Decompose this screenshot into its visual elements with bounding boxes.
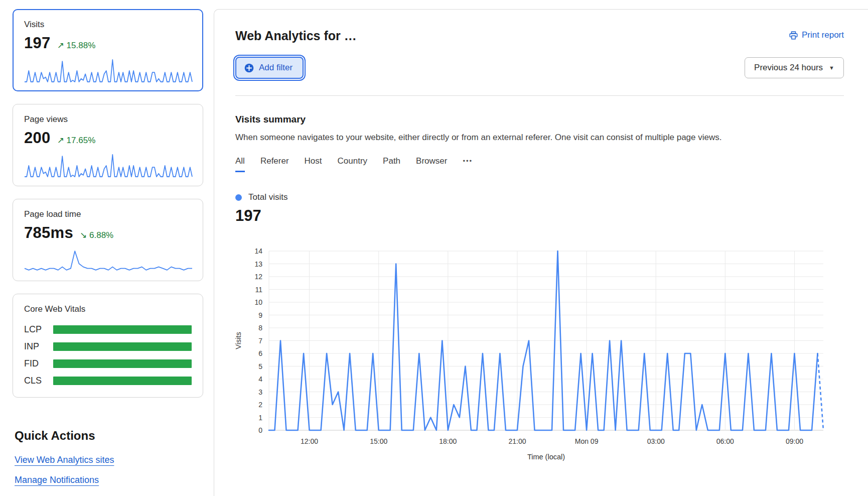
card-page-load-time-title: Page load time bbox=[24, 209, 192, 219]
card-visits-title: Visits bbox=[24, 20, 192, 30]
chart-legend: Total visits bbox=[235, 192, 844, 202]
cwv-bar-inp bbox=[53, 342, 192, 351]
link-view-web-analytics-sites[interactable]: View Web Analytics sites bbox=[15, 455, 114, 465]
metrics-sidebar: Visits 197 ↗ 15.88% Page views 200 ↗ 17.… bbox=[13, 9, 203, 496]
down-arrow-icon: ↘ bbox=[80, 230, 87, 240]
total-visits-dot-icon bbox=[235, 194, 242, 201]
analytics-panel: Web Analytics for … Print report Add fil… bbox=[214, 9, 868, 496]
svg-text:13: 13 bbox=[254, 260, 262, 268]
svg-text:06:00: 06:00 bbox=[716, 437, 734, 445]
dimension-tabs: All Referer Host Country Path Browser ••… bbox=[235, 156, 844, 172]
card-page-load-time[interactable]: Page load time 785ms ↘ 6.88% bbox=[13, 199, 203, 281]
core-web-vitals-title: Core Web Vitals bbox=[24, 304, 192, 314]
card-visits-delta: ↗ 15.88% bbox=[57, 40, 96, 51]
plus-circle-icon bbox=[244, 63, 254, 73]
svg-text:9: 9 bbox=[258, 311, 262, 319]
quick-actions-title: Quick Actions bbox=[15, 429, 203, 443]
card-visits-value: 197 bbox=[24, 34, 51, 52]
svg-text:12:00: 12:00 bbox=[301, 437, 318, 445]
visits-sparkline bbox=[24, 58, 193, 83]
card-page-views-title: Page views bbox=[24, 114, 192, 125]
card-page-views[interactable]: Page views 200 ↗ 17.65% bbox=[13, 104, 203, 186]
svg-text:18:00: 18:00 bbox=[439, 437, 457, 445]
cwv-label-lcp: LCP bbox=[24, 324, 53, 335]
svg-text:4: 4 bbox=[258, 375, 262, 383]
tab-referer[interactable]: Referer bbox=[260, 156, 289, 172]
svg-text:14: 14 bbox=[254, 247, 262, 255]
legend-label: Total visits bbox=[248, 192, 287, 202]
card-page-load-time-value: 785ms bbox=[24, 224, 73, 242]
svg-text:7: 7 bbox=[258, 337, 262, 345]
total-visits-value: 197 bbox=[235, 207, 844, 225]
svg-text:Visits: Visits bbox=[234, 332, 242, 349]
cwv-row-lcp: LCP bbox=[24, 324, 192, 335]
svg-text:3: 3 bbox=[258, 388, 262, 396]
cwv-label-inp: INP bbox=[24, 341, 53, 352]
svg-text:Mon 09: Mon 09 bbox=[575, 437, 599, 445]
svg-text:5: 5 bbox=[258, 362, 262, 370]
cwv-row-inp: INP bbox=[24, 341, 192, 352]
tab-all[interactable]: All bbox=[235, 156, 245, 172]
page-load-sparkline bbox=[24, 247, 193, 273]
cwv-bar-fid bbox=[53, 359, 192, 368]
tab-more-ellipsis-icon[interactable]: ••• bbox=[463, 157, 473, 172]
cwv-label-cls: CLS bbox=[24, 376, 53, 386]
cwv-bar-cls bbox=[53, 377, 192, 385]
cwv-label-fid: FID bbox=[24, 358, 53, 369]
visits-summary-description: When someone navigates to your website, … bbox=[235, 133, 844, 143]
cwv-bar-lcp bbox=[53, 325, 192, 334]
page-title: Web Analytics for … bbox=[235, 29, 357, 43]
time-range-dropdown[interactable]: Previous 24 hours ▼ bbox=[745, 57, 844, 78]
svg-text:12: 12 bbox=[254, 273, 262, 281]
svg-text:0: 0 bbox=[258, 426, 262, 434]
card-page-views-value: 200 bbox=[24, 129, 51, 147]
card-visits[interactable]: Visits 197 ↗ 15.88% bbox=[13, 9, 203, 91]
svg-text:8: 8 bbox=[258, 324, 262, 332]
visits-summary-title: Visits summary bbox=[235, 114, 844, 125]
svg-text:6: 6 bbox=[258, 349, 262, 357]
card-page-load-time-delta: ↘ 6.88% bbox=[80, 230, 113, 240]
svg-text:15:00: 15:00 bbox=[370, 437, 387, 445]
add-filter-button[interactable]: Add filter bbox=[235, 57, 304, 79]
print-report-link[interactable]: Print report bbox=[789, 30, 844, 40]
tab-host[interactable]: Host bbox=[305, 156, 322, 172]
visits-line-chart[interactable]: 0123456789101112131412:0015:0018:0021:00… bbox=[229, 242, 851, 468]
svg-text:Time (local): Time (local) bbox=[527, 453, 565, 461]
svg-text:21:00: 21:00 bbox=[508, 437, 526, 445]
card-core-web-vitals[interactable]: Core Web Vitals LCP INP FID CLS bbox=[13, 294, 203, 398]
cwv-row-cls: CLS bbox=[24, 376, 192, 386]
card-page-views-delta: ↗ 17.65% bbox=[57, 135, 96, 146]
svg-text:2: 2 bbox=[258, 401, 262, 409]
tab-country[interactable]: Country bbox=[338, 156, 368, 172]
cwv-row-fid: FID bbox=[24, 358, 192, 369]
svg-text:10: 10 bbox=[254, 298, 262, 306]
svg-text:11: 11 bbox=[255, 286, 262, 294]
up-arrow-icon: ↗ bbox=[57, 41, 64, 50]
svg-text:09:00: 09:00 bbox=[786, 437, 803, 445]
printer-icon bbox=[789, 31, 798, 40]
page-views-sparkline bbox=[24, 153, 193, 178]
svg-text:1: 1 bbox=[258, 414, 262, 422]
chevron-down-icon: ▼ bbox=[829, 65, 834, 71]
link-manage-notifications[interactable]: Manage Notifications bbox=[15, 475, 99, 485]
up-arrow-icon: ↗ bbox=[57, 136, 64, 145]
svg-text:03:00: 03:00 bbox=[647, 437, 665, 445]
tab-browser[interactable]: Browser bbox=[416, 156, 447, 172]
tab-path[interactable]: Path bbox=[383, 156, 400, 172]
